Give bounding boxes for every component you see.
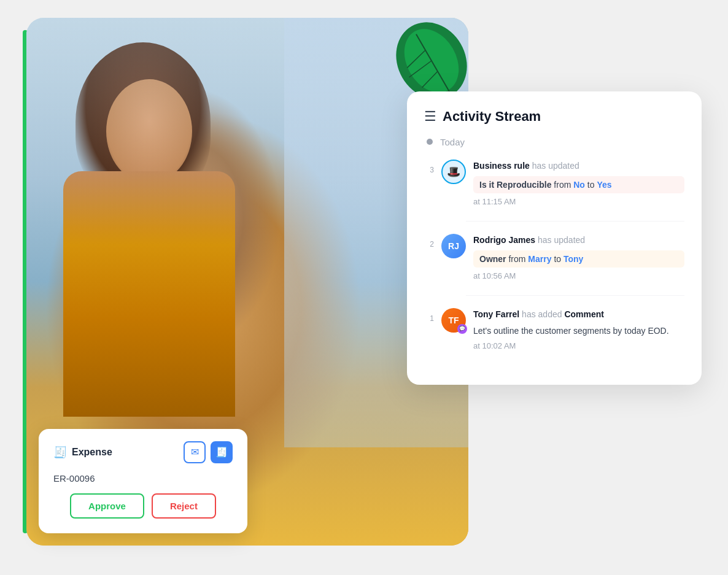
item-number-3: 3 <box>424 160 434 206</box>
expense-id: ER-00096 <box>53 473 233 484</box>
expense-action-icons: ✉ 🧾 <box>184 441 233 463</box>
activity-stream-icon: ☰ <box>424 109 436 125</box>
divider-2 <box>466 295 684 296</box>
actor-name-1: Tony Farrel <box>473 309 519 319</box>
field-name-1: Comment <box>564 309 604 319</box>
activity-item-2: 2 RJ Rodrigo James has updated Owner fro… <box>424 234 684 280</box>
expense-icon: 🧾 <box>53 446 67 459</box>
from-value-3: No <box>573 180 585 190</box>
activity-panel: ☰ Activity Stream Today 3 🎩 Business rul… <box>407 91 702 385</box>
activity-title: Activity Stream <box>443 109 541 125</box>
avatar-business-rule: 🎩 <box>441 160 466 184</box>
email-button[interactable]: ✉ <box>184 441 206 463</box>
activity-item-1: 1 TF 💬 Tony Farrel has added Comment Let… <box>424 308 684 350</box>
item-detail-2: Owner from Marry to Tony <box>473 250 684 268</box>
business-rule-icon: 🎩 <box>447 165 460 179</box>
item-number-1: 1 <box>424 308 434 350</box>
actor-name-3: Business rule <box>473 161 530 171</box>
expense-header: 🧾 Expense ✉ 🧾 <box>53 441 233 463</box>
avatar-rodrigo: RJ <box>441 234 466 258</box>
field-name-3: Is it Reproducible <box>479 180 551 190</box>
activity-item-3: 3 🎩 Business rule has updated Is it Repr… <box>424 160 684 206</box>
field-name-2: Owner <box>479 254 506 264</box>
activity-header: ☰ Activity Stream <box>424 109 684 125</box>
expense-buttons: Approve Reject <box>53 493 233 519</box>
item-time-1: at 10:02 AM <box>473 341 684 350</box>
scene: 🧾 Expense ✉ 🧾 ER-00096 Approve Reject ☰ … <box>26 18 702 558</box>
expense-card: 🧾 Expense ✉ 🧾 ER-00096 Approve Reject <box>39 429 247 533</box>
reject-button[interactable]: Reject <box>152 493 216 519</box>
expense-action-icon: 🧾 <box>215 446 228 458</box>
today-dot <box>427 139 433 145</box>
item-content-1: Tony Farrel has added Comment Let's outl… <box>473 308 684 350</box>
item-title-2: Rodrigo James has updated <box>473 234 684 247</box>
avatar-initials-rodrigo: RJ <box>448 241 459 251</box>
avatar-initials-tony: TF <box>448 315 459 325</box>
item-content-2: Rodrigo James has updated Owner from Mar… <box>473 234 684 280</box>
expense-action-button[interactable]: 🧾 <box>211 441 233 463</box>
leaf-decoration <box>395 18 468 104</box>
item-detail-3: Is it Reproducible from No to Yes <box>473 176 684 193</box>
email-icon: ✉ <box>191 446 199 458</box>
actor-name-2: Rodrigo James <box>473 235 535 245</box>
action-2: has updated <box>538 235 585 245</box>
from-value-2: Marry <box>528 254 551 264</box>
action-1: has added <box>522 309 564 319</box>
item-number-2: 2 <box>424 234 434 280</box>
item-time-3: at 11:15 AM <box>473 197 684 206</box>
avatar-tony: TF 💬 <box>441 308 466 333</box>
comment-badge: 💬 <box>457 324 467 334</box>
item-title-3: Business rule has updated <box>473 160 684 172</box>
item-time-2: at 10:56 AM <box>473 271 684 280</box>
comment-text: Let's outline the customer segments by t… <box>473 325 684 338</box>
to-value-2: Tony <box>563 254 583 264</box>
action-3: has updated <box>532 161 579 171</box>
expense-title-row: 🧾 Expense <box>53 446 112 459</box>
item-title-1: Tony Farrel has added Comment <box>473 308 684 321</box>
divider-1 <box>466 221 684 222</box>
today-label: Today <box>440 137 465 147</box>
to-value-3: Yes <box>597 180 611 190</box>
approve-button[interactable]: Approve <box>70 493 144 519</box>
today-section: Today <box>424 137 684 147</box>
expense-title: Expense <box>72 447 112 458</box>
item-content-3: Business rule has updated Is it Reproduc… <box>473 160 684 206</box>
